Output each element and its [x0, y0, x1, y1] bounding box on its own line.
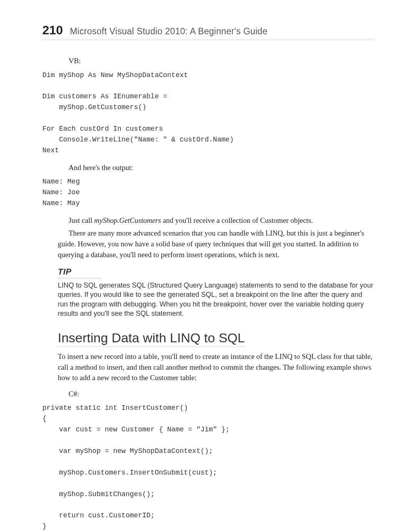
tip-rule — [58, 278, 100, 278]
paragraph-2: There are many more advanced scenarios t… — [58, 228, 374, 260]
section-intro: To insert a new record into a table, you… — [58, 351, 374, 383]
section-heading: Inserting Data with LINQ to SQL — [58, 330, 245, 347]
code-output: Name: Meg Name: Joe Name: May — [42, 177, 374, 209]
page-header: 210 Microsoft Visual Studio 2010: A Begi… — [42, 23, 374, 40]
para1-b: and you'll receive a collection of Custo… — [161, 216, 313, 224]
code-block-vb: Dim myShop As New MyShopDataContext Dim … — [42, 70, 374, 156]
page: 210 Microsoft Visual Studio 2010: A Begi… — [0, 0, 416, 532]
para1-ital: myShop.GetCustomers — [94, 216, 161, 224]
para1-a: Just call — [69, 216, 94, 224]
code-block-cs: private static int InsertCustomer() { va… — [42, 403, 374, 532]
tip-body: LINQ to SQL generates SQL (Structured Qu… — [58, 281, 374, 318]
lang-label-vb: VB: — [58, 56, 374, 66]
page-number: 210 — [42, 23, 63, 37]
book-title: Microsoft Visual Studio 2010: A Beginner… — [70, 26, 374, 37]
tip-heading: TIP — [58, 267, 374, 278]
paragraph-1: Just call myShop.GetCustomers and you'll… — [58, 215, 374, 226]
lang-label-cs: C#: — [58, 389, 374, 399]
output-intro: And here's the output: — [58, 162, 374, 173]
